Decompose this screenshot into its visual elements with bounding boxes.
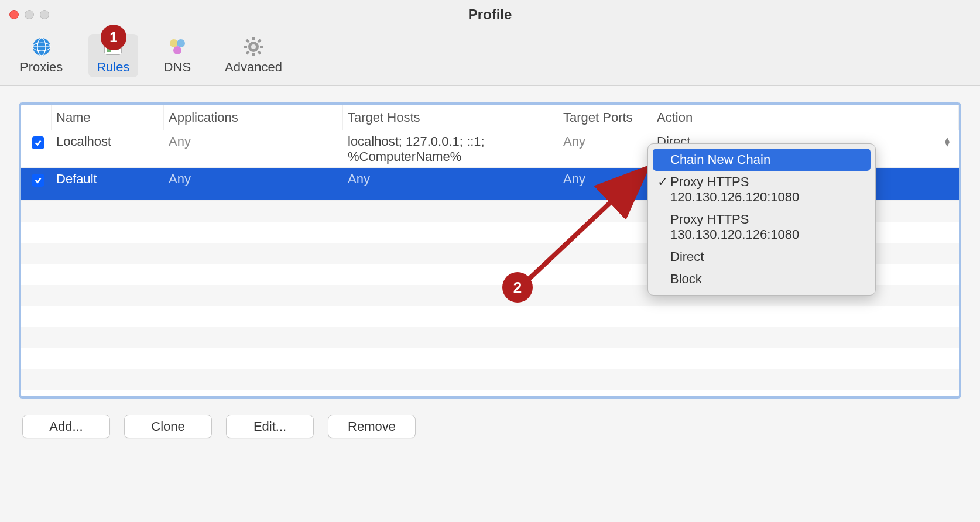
cell-name: Localhost bbox=[52, 134, 164, 149]
dropdown-item-chain[interactable]: Chain New Chain bbox=[653, 149, 871, 171]
svg-line-22 bbox=[527, 171, 644, 281]
svg-line-20 bbox=[258, 40, 261, 42]
tab-label: Proxies bbox=[20, 60, 63, 75]
svg-point-10 bbox=[177, 39, 185, 47]
dropdown-item-block[interactable]: Block bbox=[653, 268, 871, 290]
dropdown-item-label: Proxy HTTPS 120.130.126.120:1080 bbox=[670, 174, 799, 204]
button-bar: Add... Clone Edit... Remove bbox=[19, 399, 961, 438]
titlebar: Profile bbox=[0, 0, 980, 29]
dropdown-item-direct[interactable]: Direct bbox=[653, 246, 871, 268]
stepper-icon[interactable]: ▴▾ bbox=[945, 137, 950, 146]
tab-label: Rules bbox=[97, 60, 129, 75]
col-target-ports[interactable]: Target Ports bbox=[558, 105, 652, 130]
close-window-icon[interactable] bbox=[9, 10, 19, 19]
empty-row bbox=[21, 327, 959, 348]
dropdown-item-proxy1[interactable]: ✓ Proxy HTTPS 120.130.126.120:1080 bbox=[653, 171, 871, 208]
annotation-badge-1: 1 bbox=[101, 25, 126, 50]
add-button[interactable]: Add... bbox=[22, 415, 110, 438]
svg-point-11 bbox=[173, 46, 181, 54]
empty-row bbox=[21, 348, 959, 369]
check-icon bbox=[34, 176, 42, 184]
empty-row bbox=[21, 369, 959, 390]
tab-dns[interactable]: DNS bbox=[156, 34, 199, 77]
cell-applications: Any bbox=[164, 134, 343, 149]
cell-name: Default bbox=[52, 171, 164, 187]
check-icon bbox=[34, 139, 42, 147]
tab-advanced[interactable]: Advanced bbox=[217, 34, 290, 77]
dropdown-item-proxy2[interactable]: Proxy HTTPS 130.130.120.126:1080 bbox=[653, 208, 871, 246]
cell-target-ports: Any bbox=[558, 134, 652, 149]
check-icon: ✓ bbox=[657, 174, 668, 190]
toolbar: Proxies Rules DNS Ad bbox=[0, 29, 980, 86]
cell-target-hosts: localhost; 127.0.0.1; ::1; %ComputerName… bbox=[343, 134, 558, 164]
window-title: Profile bbox=[468, 6, 512, 23]
tab-label: Advanced bbox=[225, 60, 282, 75]
edit-button[interactable]: Edit... bbox=[226, 415, 314, 438]
col-name[interactable]: Name bbox=[52, 105, 164, 130]
dns-icon bbox=[167, 36, 188, 57]
col-checkbox bbox=[21, 105, 52, 130]
globe-icon bbox=[31, 36, 52, 57]
action-dropdown: Chain New Chain ✓ Proxy HTTPS 120.130.12… bbox=[647, 143, 876, 296]
table-header: Name Applications Target Hosts Target Po… bbox=[21, 105, 959, 130]
annotation-badge-2: 2 bbox=[502, 272, 533, 303]
svg-point-13 bbox=[251, 44, 256, 49]
cell-applications: Any bbox=[164, 171, 343, 187]
window-controls bbox=[9, 10, 49, 19]
remove-button[interactable]: Remove bbox=[328, 415, 416, 438]
gear-icon bbox=[243, 36, 264, 57]
minimize-window-icon[interactable] bbox=[25, 10, 34, 19]
svg-line-18 bbox=[246, 40, 249, 42]
svg-line-19 bbox=[258, 51, 261, 54]
row-checkbox[interactable] bbox=[32, 174, 44, 187]
row-checkbox[interactable] bbox=[32, 136, 44, 149]
zoom-window-icon[interactable] bbox=[40, 10, 49, 19]
tab-label: DNS bbox=[164, 60, 191, 75]
annotation-arrow bbox=[509, 164, 662, 295]
empty-row bbox=[21, 306, 959, 327]
tab-proxies[interactable]: Proxies bbox=[12, 34, 71, 77]
svg-point-9 bbox=[170, 39, 178, 47]
col-applications[interactable]: Applications bbox=[164, 105, 343, 130]
col-target-hosts[interactable]: Target Hosts bbox=[343, 105, 558, 130]
clone-button[interactable]: Clone bbox=[124, 415, 212, 438]
col-action[interactable]: Action bbox=[652, 105, 959, 130]
svg-line-21 bbox=[246, 51, 249, 54]
